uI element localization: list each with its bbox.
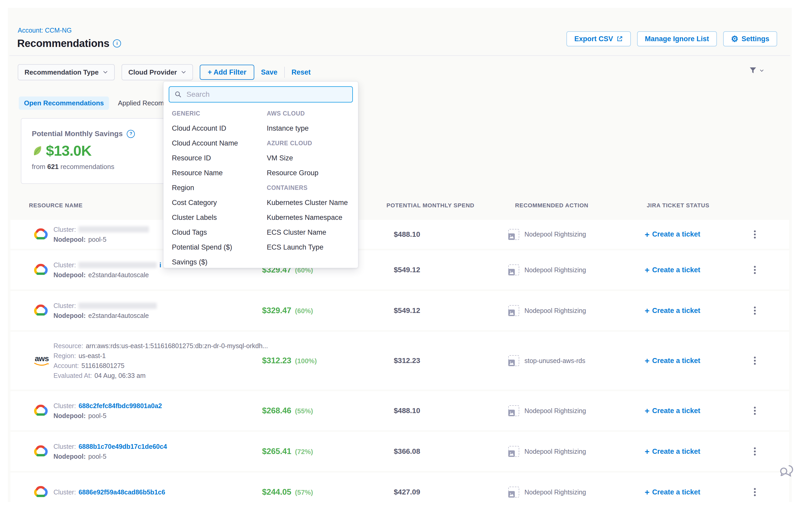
savings-amount: $265.41	[262, 447, 291, 456]
filter-option[interactable]: VM Size	[267, 151, 353, 166]
create-ticket-button[interactable]: +Create a ticket	[645, 306, 700, 315]
row-menu-kebab-icon[interactable]	[752, 263, 757, 277]
chevron-down-icon	[103, 71, 108, 74]
provider-icon-cell	[33, 445, 48, 458]
provider-icon-cell	[33, 486, 48, 498]
savings-percent: (57%)	[295, 489, 313, 496]
row-menu-kebab-icon[interactable]	[752, 304, 757, 318]
create-ticket-button[interactable]: +Create a ticket	[645, 488, 700, 496]
cloud-provider-filter[interactable]: Cloud Provider	[121, 64, 193, 80]
resource-line: Cluster:6886e92f59a48cad86b5b1c6	[54, 489, 165, 496]
recommended-action-cell: Nodepool Rightsizing	[508, 405, 586, 416]
resource-name-cell: Cluster:Nodepool:e2standar4autoscale	[54, 302, 157, 320]
cluster-link[interactable]: 6886e92f59a48cad86b5b1c6	[78, 489, 165, 496]
filter-option[interactable]: Savings ($)	[172, 255, 258, 270]
resource-line-label: Cluster:	[54, 302, 76, 309]
settings-button[interactable]: ⚙ Settings	[723, 31, 777, 46]
cloud-provider-label: Cloud Provider	[128, 68, 177, 76]
provider-icon-cell: aws	[33, 355, 50, 367]
row-menu-kebab-icon[interactable]	[752, 227, 757, 241]
create-ticket-label: Create a ticket	[652, 266, 701, 274]
resource-line-value: e2standar4autoscale	[89, 271, 149, 279]
create-ticket-button[interactable]: +Create a ticket	[645, 230, 700, 239]
col-header-resource-name[interactable]: RESOURCE NAME	[29, 202, 83, 209]
table-row[interactable]: Cluster:Nodepool:e2standar4autoscale$329…	[11, 291, 789, 330]
table-row[interactable]: awsResource:arn:aws:rds:us-east-1:511616…	[11, 332, 789, 390]
gcp-cloud-icon	[33, 264, 48, 276]
potential-monthly-savings-cell: $268.46(55%)	[262, 406, 313, 415]
chat-support-icon[interactable]	[779, 464, 794, 482]
resource-line-value: pool-5	[89, 235, 107, 243]
cluster-link[interactable]: 688c2fefc84fbdc99801a0a2	[78, 402, 162, 410]
recommendations-table-body: Cluster:Nodepool:pool-5$488.10Nodepool R…	[11, 220, 789, 502]
header-actions: Export CSV Manage Ignore List ⚙ Settings	[566, 31, 777, 46]
recommended-action-cell: Nodepool Rightsizing	[508, 487, 586, 498]
table-row[interactable]: Cluster:688c2fefc84fbdc99801a0a2Nodepool…	[11, 391, 789, 430]
filter-option[interactable]: Cloud Account ID	[172, 121, 258, 136]
resource-line: Evaluated At:04 Aug, 06:33 am	[54, 372, 268, 379]
provider-icon-cell	[33, 228, 48, 241]
filter-search-input[interactable]	[186, 90, 347, 99]
add-filter-button[interactable]: + Add Filter	[200, 65, 254, 80]
filter-option[interactable]: Cost Category	[172, 195, 258, 210]
table-row[interactable]: Cluster:6886e92f59a48cad86b5b1c6$244.05(…	[11, 473, 789, 502]
row-menu-kebab-icon[interactable]	[752, 445, 757, 458]
reset-filter-button[interactable]: Reset	[291, 68, 311, 76]
plus-icon: +	[645, 447, 650, 456]
plus-icon: +	[645, 357, 650, 365]
filter-option[interactable]: Potential Spend ($)	[172, 240, 258, 255]
table-row[interactable]: Cluster:6888b1c70e49db17c1de60c4Nodepool…	[11, 432, 789, 471]
provider-icon-cell	[33, 305, 48, 317]
row-menu-kebab-icon[interactable]	[752, 404, 757, 418]
filter-option[interactable]: Resource ID	[172, 151, 258, 166]
redacted-cluster-name	[78, 303, 157, 309]
cluster-link[interactable]: 6888b1c70e49db17c1de60c4	[78, 443, 167, 450]
cluster-link-fragment[interactable]: i	[159, 261, 161, 269]
export-csv-button[interactable]: Export CSV	[566, 31, 631, 46]
savings-amount: $312.23	[262, 356, 291, 365]
recommendation-type-filter[interactable]: Recommendation Type	[18, 64, 115, 80]
table-row[interactable]: Cluster:Nodepool:pool-5$488.10Nodepool R…	[11, 220, 789, 249]
filter-option[interactable]: Resource Group	[267, 166, 353, 180]
filter-option[interactable]: Instance type	[267, 121, 353, 136]
savings-sub-count: 621	[47, 163, 58, 171]
save-filter-button[interactable]: Save	[261, 68, 278, 76]
filter-option[interactable]: Cluster Labels	[172, 210, 258, 225]
filter-option[interactable]: ECS Cluster Name	[267, 225, 353, 240]
resource-line: Cluster:688c2fefc84fbdc99801a0a2	[54, 402, 162, 410]
filter-option[interactable]: ECS Launch Type	[267, 240, 353, 255]
col-header-potential-monthly-spend[interactable]: POTENTIAL MONTHLY SPEND	[386, 202, 474, 209]
manage-ignore-list-button[interactable]: Manage Ignore List	[637, 31, 717, 46]
info-icon[interactable]: i	[113, 39, 121, 48]
add-filter-dropdown: GENERICCloud Account IDCloud Account Nam…	[163, 81, 358, 268]
recommended-action-cell: Nodepool Rightsizing	[508, 229, 586, 240]
resource-line: Account:511616801275	[54, 362, 268, 369]
col-header-recommended-action[interactable]: RECOMMENDED ACTION	[515, 202, 588, 209]
redacted-cluster-name	[78, 262, 157, 268]
potential-savings-card: Potential Monthly Savings ? $13.0K from …	[21, 118, 167, 184]
filter-option[interactable]: Kubernetes Namespace	[267, 210, 353, 225]
create-ticket-button[interactable]: +Create a ticket	[645, 357, 700, 365]
breadcrumb-account[interactable]: Account: CCM-NG	[18, 26, 72, 34]
tab-open-recommendations[interactable]: Open Recommendations	[19, 96, 109, 110]
table-row[interactable]: Cluster:iNodepool:e2standar4autoscale$32…	[11, 250, 789, 289]
filter-option[interactable]: Region	[172, 180, 258, 195]
create-ticket-button[interactable]: +Create a ticket	[645, 447, 700, 456]
header-divider	[10, 55, 790, 56]
filter-option[interactable]: Cloud Account Name	[172, 136, 258, 151]
resource-line: Nodepool:pool-5	[54, 235, 149, 243]
filter-option[interactable]: Cloud Tags	[172, 225, 258, 240]
resource-name-cell: Cluster:iNodepool:e2standar4autoscale	[54, 261, 161, 279]
content-panel: Account: CCM-NG Recommendations i Export…	[8, 8, 792, 502]
recommended-action-cell: Nodepool Rightsizing	[508, 305, 586, 316]
help-icon[interactable]: ?	[127, 130, 135, 138]
filter-option[interactable]: Kubernetes Cluster Name	[267, 195, 353, 210]
row-menu-kebab-icon[interactable]	[752, 485, 757, 499]
col-header-jira-ticket-status[interactable]: JIRA TICKET STATUS	[647, 202, 709, 209]
filter-option[interactable]: Resource Name	[172, 166, 258, 180]
potential-monthly-spend-cell: $488.10	[394, 230, 420, 239]
row-menu-kebab-icon[interactable]	[752, 354, 757, 368]
create-ticket-button[interactable]: +Create a ticket	[645, 266, 700, 274]
filter-panel-toggle[interactable]	[749, 66, 764, 75]
create-ticket-button[interactable]: +Create a ticket	[645, 406, 700, 415]
